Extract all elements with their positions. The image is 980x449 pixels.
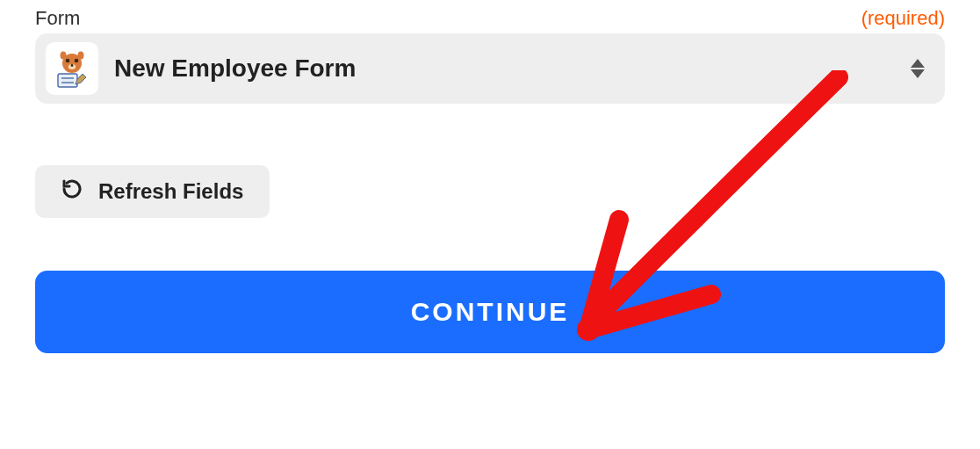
- svg-point-5: [61, 52, 67, 60]
- svg-point-4: [71, 64, 74, 67]
- field-header: Form (required): [35, 7, 945, 30]
- wpforms-icon: [46, 42, 98, 95]
- continue-button-label: CONTINUE: [411, 297, 570, 326]
- form-select[interactable]: New Employee Form: [35, 33, 945, 104]
- refresh-fields-button[interactable]: Refresh Fields: [35, 165, 270, 218]
- svg-point-6: [78, 52, 84, 60]
- continue-button[interactable]: CONTINUE: [35, 271, 945, 353]
- required-label: (required): [861, 7, 945, 30]
- svg-point-1: [66, 59, 70, 63]
- field-label: Form: [35, 7, 80, 30]
- updown-icon: [910, 59, 926, 78]
- refresh-button-label: Refresh Fields: [98, 179, 243, 204]
- svg-rect-7: [58, 74, 77, 87]
- svg-point-2: [75, 59, 79, 63]
- refresh-icon: [61, 178, 83, 205]
- form-select-value: New Employee Form: [114, 54, 910, 83]
